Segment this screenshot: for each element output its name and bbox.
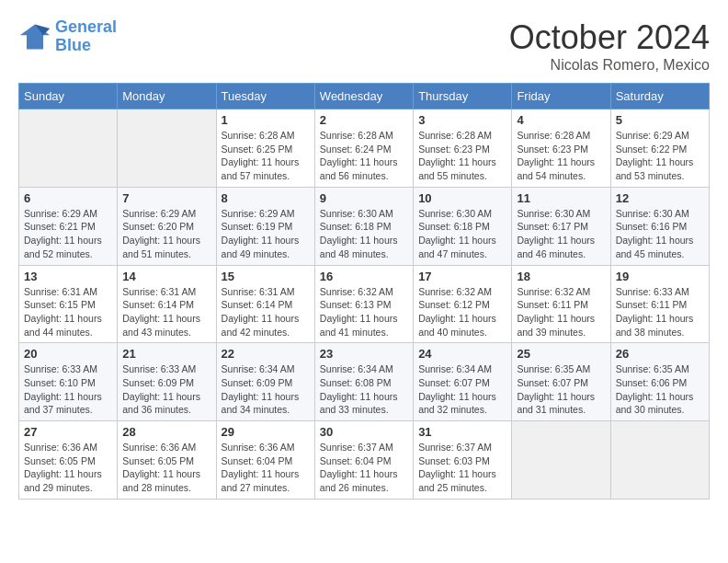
calendar-cell: 31Sunrise: 6:37 AMSunset: 6:03 PMDayligh… [414, 421, 512, 500]
day-header-friday: Friday [512, 84, 610, 109]
day-info: Sunrise: 6:29 AMSunset: 6:19 PMDaylight:… [222, 207, 310, 261]
calendar-cell: 22Sunrise: 6:34 AMSunset: 6:09 PMDayligh… [216, 343, 314, 421]
calendar-cell: 4Sunrise: 6:28 AMSunset: 6:23 PMDaylight… [512, 109, 610, 188]
day-number: 15 [222, 270, 310, 283]
calendar-header-row: SundayMondayTuesdayWednesdayThursdayFrid… [19, 84, 710, 109]
day-info: Sunrise: 6:35 AMSunset: 6:07 PMDaylight:… [517, 362, 605, 417]
calendar-cell: 19Sunrise: 6:33 AMSunset: 6:11 PMDayligh… [610, 265, 709, 343]
logo-icon [18, 20, 51, 53]
calendar-week-row: 13Sunrise: 6:31 AMSunset: 6:15 PMDayligh… [19, 265, 710, 343]
calendar-cell: 17Sunrise: 6:32 AMSunset: 6:12 PMDayligh… [414, 265, 512, 343]
day-number: 13 [24, 270, 112, 283]
day-number: 24 [418, 347, 506, 361]
day-number: 2 [320, 113, 408, 127]
day-info: Sunrise: 6:28 AMSunset: 6:24 PMDaylight:… [320, 129, 408, 183]
day-info: Sunrise: 6:28 AMSunset: 6:23 PMDaylight:… [517, 129, 605, 183]
day-number: 9 [320, 191, 408, 205]
day-info: Sunrise: 6:29 AMSunset: 6:21 PMDaylight:… [24, 207, 112, 261]
calendar-cell: 23Sunrise: 6:34 AMSunset: 6:08 PMDayligh… [314, 343, 413, 421]
calendar-cell [512, 421, 610, 500]
calendar-week-row: 6Sunrise: 6:29 AMSunset: 6:21 PMDaylight… [19, 187, 710, 265]
calendar-cell: 27Sunrise: 6:36 AMSunset: 6:05 PMDayligh… [19, 421, 118, 500]
calendar-cell: 8Sunrise: 6:29 AMSunset: 6:19 PMDaylight… [216, 187, 314, 265]
day-number: 30 [320, 425, 408, 439]
calendar-week-row: 27Sunrise: 6:36 AMSunset: 6:05 PMDayligh… [19, 421, 710, 500]
day-info: Sunrise: 6:33 AMSunset: 6:10 PMDaylight:… [24, 362, 112, 417]
calendar-cell: 25Sunrise: 6:35 AMSunset: 6:07 PMDayligh… [512, 343, 610, 421]
calendar-cell: 9Sunrise: 6:30 AMSunset: 6:18 PMDaylight… [314, 187, 413, 265]
calendar-cell: 29Sunrise: 6:36 AMSunset: 6:04 PMDayligh… [216, 421, 314, 500]
day-info: Sunrise: 6:37 AMSunset: 6:03 PMDaylight:… [418, 441, 506, 495]
day-header-monday: Monday [118, 84, 216, 109]
day-header-wednesday: Wednesday [314, 84, 413, 109]
calendar-cell: 7Sunrise: 6:29 AMSunset: 6:20 PMDaylight… [118, 187, 216, 265]
day-info: Sunrise: 6:31 AMSunset: 6:14 PMDaylight:… [222, 285, 310, 339]
day-number: 17 [418, 270, 506, 283]
day-header-tuesday: Tuesday [216, 84, 314, 109]
title-block: October 2024 Nicolas Romero, Mexico [509, 18, 710, 74]
logo-text: General Blue [55, 18, 117, 55]
day-info: Sunrise: 6:31 AMSunset: 6:14 PMDaylight:… [122, 285, 210, 339]
day-number: 22 [222, 347, 310, 361]
day-info: Sunrise: 6:37 AMSunset: 6:04 PMDaylight:… [320, 441, 408, 495]
calendar-cell: 2Sunrise: 6:28 AMSunset: 6:24 PMDaylight… [314, 109, 413, 188]
calendar-cell: 11Sunrise: 6:30 AMSunset: 6:17 PMDayligh… [512, 187, 610, 265]
day-number: 31 [418, 425, 506, 439]
calendar-cell: 24Sunrise: 6:34 AMSunset: 6:07 PMDayligh… [414, 343, 512, 421]
day-header-sunday: Sunday [19, 84, 118, 109]
day-info: Sunrise: 6:34 AMSunset: 6:08 PMDaylight:… [320, 362, 408, 417]
calendar-cell: 13Sunrise: 6:31 AMSunset: 6:15 PMDayligh… [19, 265, 118, 343]
calendar-cell [118, 109, 216, 188]
day-info: Sunrise: 6:34 AMSunset: 6:09 PMDaylight:… [222, 362, 310, 417]
day-number: 11 [517, 191, 605, 205]
day-info: Sunrise: 6:32 AMSunset: 6:11 PMDaylight:… [517, 285, 605, 339]
logo: General Blue [18, 18, 117, 55]
calendar-cell: 14Sunrise: 6:31 AMSunset: 6:14 PMDayligh… [118, 265, 216, 343]
calendar-cell: 28Sunrise: 6:36 AMSunset: 6:05 PMDayligh… [118, 421, 216, 500]
day-number: 5 [616, 113, 704, 127]
calendar-cell [19, 109, 118, 188]
day-info: Sunrise: 6:34 AMSunset: 6:07 PMDaylight:… [418, 362, 506, 417]
calendar-cell: 21Sunrise: 6:33 AMSunset: 6:09 PMDayligh… [118, 343, 216, 421]
day-info: Sunrise: 6:35 AMSunset: 6:06 PMDaylight:… [616, 362, 704, 417]
day-number: 16 [320, 270, 408, 283]
month-title: October 2024 [509, 18, 710, 57]
calendar-cell: 15Sunrise: 6:31 AMSunset: 6:14 PMDayligh… [216, 265, 314, 343]
day-info: Sunrise: 6:36 AMSunset: 6:05 PMDaylight:… [122, 441, 210, 495]
day-number: 23 [320, 347, 408, 361]
day-info: Sunrise: 6:36 AMSunset: 6:05 PMDaylight:… [24, 441, 112, 495]
day-info: Sunrise: 6:32 AMSunset: 6:13 PMDaylight:… [320, 285, 408, 339]
day-info: Sunrise: 6:36 AMSunset: 6:04 PMDaylight:… [222, 441, 310, 495]
day-number: 26 [616, 347, 704, 361]
day-info: Sunrise: 6:30 AMSunset: 6:18 PMDaylight:… [418, 207, 506, 261]
day-info: Sunrise: 6:31 AMSunset: 6:15 PMDaylight:… [24, 285, 112, 339]
calendar-cell: 1Sunrise: 6:28 AMSunset: 6:25 PMDaylight… [216, 109, 314, 188]
day-info: Sunrise: 6:30 AMSunset: 6:18 PMDaylight:… [320, 207, 408, 261]
day-number: 7 [122, 191, 210, 205]
day-number: 6 [24, 191, 112, 205]
day-info: Sunrise: 6:28 AMSunset: 6:23 PMDaylight:… [418, 129, 506, 183]
calendar-week-row: 1Sunrise: 6:28 AMSunset: 6:25 PMDaylight… [19, 109, 710, 188]
day-header-thursday: Thursday [414, 84, 512, 109]
day-number: 19 [616, 270, 704, 283]
day-number: 21 [122, 347, 210, 361]
day-number: 28 [122, 425, 210, 439]
calendar-cell: 10Sunrise: 6:30 AMSunset: 6:18 PMDayligh… [414, 187, 512, 265]
day-number: 25 [517, 347, 605, 361]
calendar-cell: 3Sunrise: 6:28 AMSunset: 6:23 PMDaylight… [414, 109, 512, 188]
day-number: 10 [418, 191, 506, 205]
day-number: 20 [24, 347, 112, 361]
day-info: Sunrise: 6:33 AMSunset: 6:11 PMDaylight:… [616, 285, 704, 339]
day-info: Sunrise: 6:33 AMSunset: 6:09 PMDaylight:… [122, 362, 210, 417]
day-info: Sunrise: 6:32 AMSunset: 6:12 PMDaylight:… [418, 285, 506, 339]
calendar-table: SundayMondayTuesdayWednesdayThursdayFrid… [18, 83, 710, 500]
day-info: Sunrise: 6:29 AMSunset: 6:22 PMDaylight:… [616, 129, 704, 183]
calendar-cell: 12Sunrise: 6:30 AMSunset: 6:16 PMDayligh… [610, 187, 709, 265]
day-number: 3 [418, 113, 506, 127]
day-number: 8 [222, 191, 310, 205]
day-number: 4 [517, 113, 605, 127]
calendar-cell: 5Sunrise: 6:29 AMSunset: 6:22 PMDaylight… [610, 109, 709, 188]
location-subtitle: Nicolas Romero, Mexico [509, 57, 710, 74]
day-number: 1 [222, 113, 310, 127]
calendar-cell [610, 421, 709, 500]
